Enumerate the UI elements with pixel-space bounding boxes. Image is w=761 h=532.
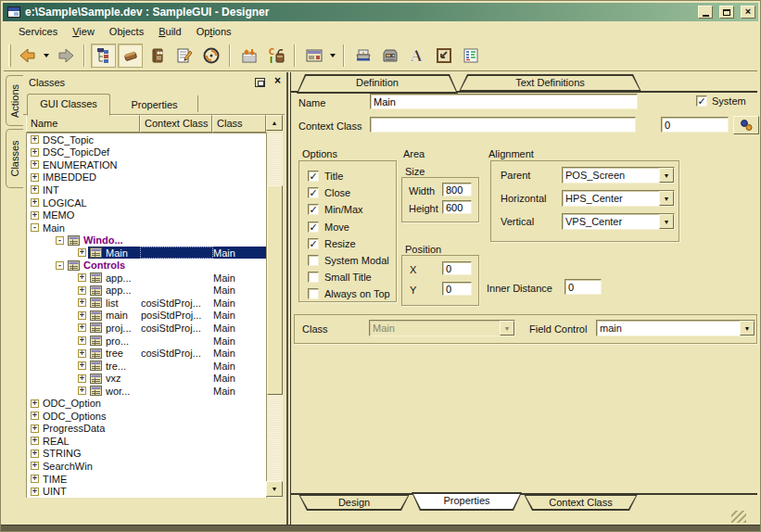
- tree-row-app[interactable]: +app...Main: [27, 285, 266, 298]
- scrollbar-thumb[interactable]: [267, 185, 283, 395]
- option-title[interactable]: ✓Title: [308, 168, 396, 184]
- system-checkbox-row[interactable]: ✓ System: [696, 95, 746, 107]
- option-min-max[interactable]: ✓Min/Max: [308, 201, 396, 218]
- dropdown-arrow-icon[interactable]: ▼: [659, 168, 674, 183]
- hardware-button[interactable]: [377, 44, 402, 68]
- build-clock-button[interactable]: [198, 44, 223, 68]
- compile-ci-button[interactable]: CI: [263, 44, 288, 68]
- expand-icon[interactable]: +: [31, 488, 39, 496]
- tree-row-imbedded[interactable]: +IMBEDDED: [27, 171, 266, 184]
- scroll-up-button[interactable]: ▲: [266, 115, 283, 131]
- column-name[interactable]: Name: [26, 115, 140, 133]
- forward-button[interactable]: [53, 44, 78, 68]
- width-input[interactable]: [442, 183, 472, 196]
- context-class-picker-button[interactable]: [733, 116, 759, 134]
- tree-row-tre[interactable]: +tre...Main: [27, 360, 266, 373]
- inner-distance-input[interactable]: [564, 279, 602, 295]
- expand-icon[interactable]: +: [78, 286, 86, 295]
- menu-item-objects[interactable]: Objects: [102, 24, 151, 39]
- tree-row-uint[interactable]: +UINT: [27, 485, 266, 498]
- help-book-button[interactable]: [145, 44, 170, 68]
- expand-icon[interactable]: +: [78, 349, 86, 358]
- checkbox[interactable]: [308, 272, 319, 283]
- tab-text-definitions[interactable]: Text Definitions: [459, 74, 641, 92]
- tab-properties-bottom[interactable]: Properties: [412, 492, 522, 511]
- checkbox[interactable]: [308, 255, 319, 266]
- y-input[interactable]: [442, 282, 472, 296]
- name-input[interactable]: [370, 94, 638, 109]
- collapse-icon[interactable]: -: [56, 261, 64, 270]
- menu-item-view[interactable]: View: [65, 24, 102, 39]
- tree-row-int[interactable]: +INT: [27, 184, 266, 196]
- tree-row-string[interactable]: +STRING: [27, 448, 266, 461]
- close-button[interactable]: ×: [741, 6, 755, 19]
- checkbox[interactable]: ✓: [308, 204, 319, 215]
- expand-icon[interactable]: +: [78, 374, 86, 383]
- field-control-select[interactable]: main▼: [596, 320, 755, 336]
- option-small-title[interactable]: Small Title: [308, 269, 396, 285]
- tree-row-odcoptions[interactable]: +ODC_Options: [27, 410, 266, 423]
- tree-row-main[interactable]: +mainposiStdProj...Main: [27, 310, 266, 323]
- minimize-button[interactable]: [698, 6, 713, 19]
- dropdown-arrow-icon[interactable]: ▼: [659, 191, 674, 206]
- option-close[interactable]: ✓Close: [308, 184, 396, 201]
- expand-icon[interactable]: +: [31, 399, 39, 408]
- back-button[interactable]: [15, 44, 40, 68]
- tree-row-proj[interactable]: +proj...cosiStdProj...Main: [27, 322, 266, 335]
- property-list-button[interactable]: [458, 44, 483, 68]
- horizontal-select[interactable]: HPS_Center▼: [562, 190, 675, 207]
- x-input[interactable]: [442, 261, 472, 275]
- toolbar-grip[interactable]: [8, 44, 11, 67]
- edit-source-button[interactable]: [171, 44, 197, 68]
- expand-icon[interactable]: +: [78, 386, 86, 395]
- class-hierarchy-button[interactable]: [91, 44, 116, 68]
- menu-item-services[interactable]: Services: [11, 24, 65, 39]
- option-always-on-top[interactable]: Always on Top: [308, 285, 396, 302]
- tree-row-memo[interactable]: +MEMO: [27, 209, 266, 222]
- expand-icon[interactable]: +: [78, 248, 86, 257]
- column-class[interactable]: Class: [212, 115, 266, 133]
- expand-icon[interactable]: +: [31, 475, 39, 483]
- tab-definition[interactable]: Definition: [297, 74, 458, 94]
- tree-row-list[interactable]: +listcosiStdProj...Main: [27, 297, 266, 310]
- tree-row-pro[interactable]: +pro...Main: [27, 335, 266, 348]
- expand-icon[interactable]: +: [31, 462, 39, 470]
- expand-icon[interactable]: +: [31, 135, 39, 144]
- tree-row-dsctopic[interactable]: +DSC_Topic: [27, 133, 266, 146]
- font-button[interactable]: A: [404, 44, 429, 68]
- tree-row-app[interactable]: +app...Main: [27, 272, 266, 285]
- tab-context-class[interactable]: Context Class: [524, 494, 638, 511]
- resize-grip[interactable]: [731, 511, 746, 523]
- checkbox[interactable]: ✓: [308, 171, 319, 182]
- tree-row-real[interactable]: +REAL: [27, 435, 266, 448]
- tree-row-dsctopicdef[interactable]: +DSC_TopicDef: [27, 146, 266, 159]
- column-context-class[interactable]: Context Class: [140, 115, 212, 133]
- expand-icon[interactable]: +: [31, 160, 39, 169]
- expand-icon[interactable]: +: [31, 412, 39, 420]
- tree-row-vxz[interactable]: +vxzMain: [27, 372, 266, 385]
- collapse-icon[interactable]: -: [31, 223, 39, 232]
- context-class-input[interactable]: [370, 117, 636, 133]
- system-checkbox[interactable]: ✓: [696, 95, 707, 107]
- collapse-icon[interactable]: -: [56, 236, 64, 245]
- tree-row-progressdata[interactable]: +ProgressData: [27, 423, 266, 436]
- tab-design[interactable]: Design: [298, 494, 410, 511]
- print-button[interactable]: [350, 44, 375, 68]
- menu-item-options[interactable]: Options: [189, 24, 239, 39]
- menu-item-build[interactable]: Build: [151, 24, 188, 39]
- expand-icon[interactable]: +: [31, 450, 39, 458]
- tab-properties[interactable]: Properties: [111, 95, 198, 112]
- float-panel-icon[interactable]: [255, 78, 265, 87]
- tree-row-enumeration[interactable]: +ENUMERATION: [27, 158, 266, 171]
- window-list-caret[interactable]: [330, 54, 336, 57]
- back-history-caret[interactable]: [44, 54, 49, 57]
- expand-icon[interactable]: +: [31, 198, 39, 207]
- expand-icon[interactable]: +: [31, 424, 39, 433]
- side-tab-actions[interactable]: Actions: [6, 75, 23, 126]
- panel-close-icon[interactable]: ×: [272, 75, 284, 87]
- designer-eraser-button[interactable]: [118, 44, 143, 68]
- tab-gui-classes[interactable]: GUI Classes: [27, 94, 110, 116]
- option-system-modal[interactable]: System Modal: [308, 252, 396, 269]
- tree-row-odcoption[interactable]: +ODC_Option: [27, 397, 266, 410]
- tree-row-searchwin[interactable]: +SearchWin: [27, 460, 266, 473]
